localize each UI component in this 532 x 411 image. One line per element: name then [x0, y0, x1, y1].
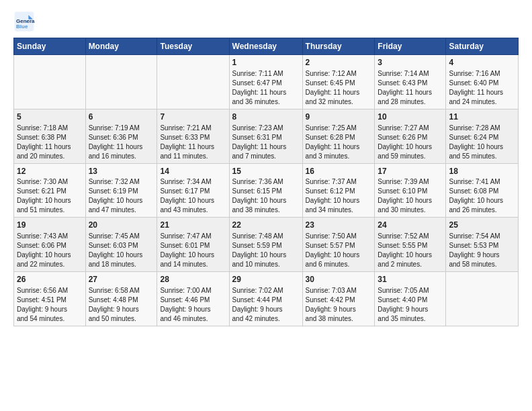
day-info: and 24 minutes.	[449, 97, 515, 107]
day-number: 11	[449, 111, 515, 123]
calendar-day: 26Sunrise: 6:56 AMSunset: 4:51 PMDayligh…	[14, 272, 86, 326]
day-info: Sunset: 6:26 PM	[378, 133, 443, 142]
day-info: Sunset: 6:08 PM	[449, 187, 515, 196]
day-info: Sunset: 6:36 PM	[89, 133, 154, 142]
day-info: Sunrise: 7:12 AM	[306, 69, 372, 79]
day-info: Sunrise: 7:48 AM	[232, 232, 300, 241]
day-info: and 10 minutes.	[232, 260, 300, 269]
calendar-day: 18Sunrise: 7:41 AMSunset: 6:08 PMDayligh…	[446, 163, 519, 218]
day-info: Sunrise: 7:50 AM	[306, 232, 372, 241]
day-number: 9	[306, 111, 372, 123]
day-info: Sunset: 6:15 PM	[232, 187, 300, 196]
day-info: Sunrise: 6:56 AM	[17, 286, 83, 295]
day-info: Sunrise: 7:39 AM	[378, 177, 443, 187]
day-info: Sunset: 6:21 PM	[17, 187, 83, 196]
day-number: 8	[232, 111, 300, 123]
day-info: Daylight: 10 hours	[17, 250, 83, 260]
day-info: Sunset: 4:46 PM	[160, 295, 226, 305]
calendar-empty	[157, 55, 229, 109]
day-info: Sunrise: 7:23 AM	[232, 124, 300, 133]
weekday-header: Monday	[85, 38, 157, 55]
day-number: 12	[17, 166, 83, 177]
day-info: Sunrise: 7:27 AM	[378, 124, 443, 133]
day-info: and 28 minutes.	[378, 97, 443, 107]
day-info: Daylight: 11 hours	[306, 142, 372, 152]
day-info: Daylight: 10 hours	[89, 250, 154, 260]
day-info: and 14 minutes.	[160, 260, 226, 269]
day-info: Sunset: 6:43 PM	[378, 79, 443, 88]
day-info: Sunset: 6:10 PM	[378, 187, 443, 196]
calendar-week-row: 1Sunrise: 7:11 AMSunset: 6:47 PMDaylight…	[14, 55, 519, 109]
day-number: 24	[378, 220, 443, 231]
day-info: Sunset: 6:24 PM	[449, 133, 515, 142]
weekday-header: Tuesday	[157, 38, 229, 55]
calendar-day: 7Sunrise: 7:21 AMSunset: 6:33 PMDaylight…	[157, 109, 229, 163]
day-info: Sunset: 4:40 PM	[378, 295, 443, 305]
day-number: 19	[17, 220, 83, 231]
day-info: and 7 minutes.	[232, 152, 300, 161]
calendar-empty	[446, 272, 519, 326]
day-number: 20	[89, 220, 154, 231]
day-number: 26	[17, 274, 83, 285]
day-number: 18	[449, 166, 515, 177]
svg-text:Blue: Blue	[16, 24, 28, 30]
day-info: Daylight: 9 hours	[89, 305, 154, 314]
day-info: Sunset: 6:03 PM	[89, 241, 154, 250]
day-number: 15	[232, 166, 300, 177]
day-number: 29	[232, 274, 300, 285]
day-info: and 54 minutes.	[17, 314, 83, 324]
header: General Blue	[13, 11, 519, 32]
day-info: Sunrise: 7:36 AM	[232, 177, 300, 187]
day-number: 5	[17, 111, 83, 123]
calendar-empty	[14, 55, 86, 109]
day-number: 10	[378, 111, 443, 123]
day-info: Sunrise: 7:18 AM	[17, 124, 83, 133]
calendar-table: SundayMondayTuesdayWednesdayThursdayFrid…	[13, 38, 519, 326]
day-info: Sunset: 6:06 PM	[17, 241, 83, 250]
calendar-day: 16Sunrise: 7:37 AMSunset: 6:12 PMDayligh…	[302, 163, 375, 218]
day-info: Sunrise: 7:16 AM	[449, 69, 515, 79]
day-info: and 11 minutes.	[160, 152, 226, 161]
page-container: General Blue SundayMondayTuesdayWednesda…	[0, 0, 532, 333]
calendar-day: 17Sunrise: 7:39 AMSunset: 6:10 PMDayligh…	[375, 163, 446, 218]
day-info: Sunrise: 7:25 AM	[306, 124, 372, 133]
calendar-day: 12Sunrise: 7:30 AMSunset: 6:21 PMDayligh…	[14, 163, 86, 218]
day-info: Daylight: 10 hours	[449, 142, 515, 152]
day-number: 1	[232, 57, 300, 68]
day-number: 14	[160, 166, 226, 177]
calendar-day: 2Sunrise: 7:12 AMSunset: 6:45 PMDaylight…	[302, 55, 375, 109]
day-info: Sunrise: 7:32 AM	[89, 177, 154, 187]
calendar-day: 15Sunrise: 7:36 AMSunset: 6:15 PMDayligh…	[229, 163, 302, 218]
day-info: and 34 minutes.	[306, 205, 372, 215]
day-info: and 51 minutes.	[17, 205, 83, 215]
day-info: Daylight: 11 hours	[449, 88, 515, 97]
day-info: Daylight: 11 hours	[378, 88, 443, 97]
day-info: Sunset: 4:44 PM	[232, 295, 300, 305]
day-info: Sunset: 6:01 PM	[160, 241, 226, 250]
calendar-empty	[85, 55, 157, 109]
day-info: Daylight: 9 hours	[449, 250, 515, 260]
calendar-day: 10Sunrise: 7:27 AMSunset: 6:26 PMDayligh…	[375, 109, 446, 163]
day-info: and 32 minutes.	[306, 97, 372, 107]
day-number: 22	[232, 220, 300, 231]
calendar-day: 31Sunrise: 7:05 AMSunset: 4:40 PMDayligh…	[375, 272, 446, 326]
day-info: Sunrise: 7:02 AM	[232, 286, 300, 295]
day-info: and 35 minutes.	[378, 314, 443, 324]
calendar-week-row: 19Sunrise: 7:43 AMSunset: 6:06 PMDayligh…	[14, 218, 519, 272]
day-info: and 55 minutes.	[449, 152, 515, 161]
day-info: Sunrise: 7:28 AM	[449, 124, 515, 133]
day-info: Sunset: 6:19 PM	[89, 187, 154, 196]
day-info: Sunrise: 7:03 AM	[306, 286, 372, 295]
calendar-day: 30Sunrise: 7:03 AMSunset: 4:42 PMDayligh…	[302, 272, 375, 326]
day-info: and 50 minutes.	[89, 314, 154, 324]
weekday-header: Saturday	[446, 38, 519, 55]
day-number: 17	[378, 166, 443, 177]
logo-icon: General Blue	[13, 11, 35, 32]
day-info: Daylight: 10 hours	[232, 250, 300, 260]
day-info: Daylight: 9 hours	[232, 305, 300, 314]
calendar-day: 29Sunrise: 7:02 AMSunset: 4:44 PMDayligh…	[229, 272, 302, 326]
day-info: Sunrise: 7:41 AM	[449, 177, 515, 187]
day-info: Sunset: 6:12 PM	[306, 187, 372, 196]
weekday-header: Sunday	[14, 38, 86, 55]
day-number: 3	[378, 57, 443, 68]
